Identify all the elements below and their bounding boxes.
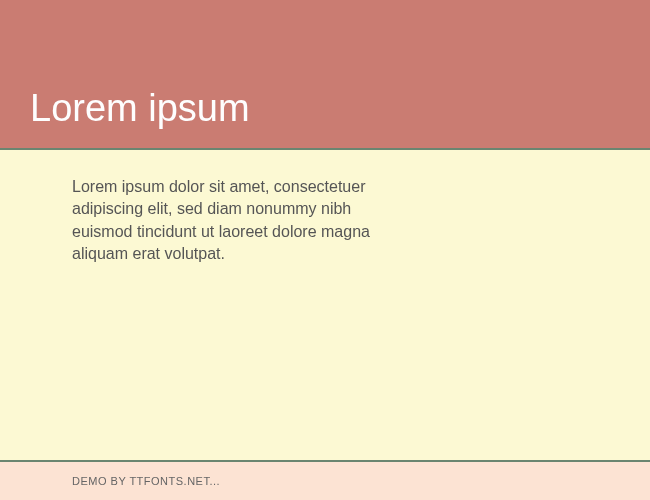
footer: DEMO BY TTFONTS.NET... [0, 462, 650, 500]
footer-text: DEMO BY TTFONTS.NET... [72, 475, 220, 487]
content-area: Lorem ipsum dolor sit amet, consectetuer… [0, 150, 650, 460]
page-title: Lorem ipsum [30, 87, 250, 130]
body-text: Lorem ipsum dolor sit amet, consectetuer… [72, 176, 402, 266]
header: Lorem ipsum [0, 0, 650, 148]
